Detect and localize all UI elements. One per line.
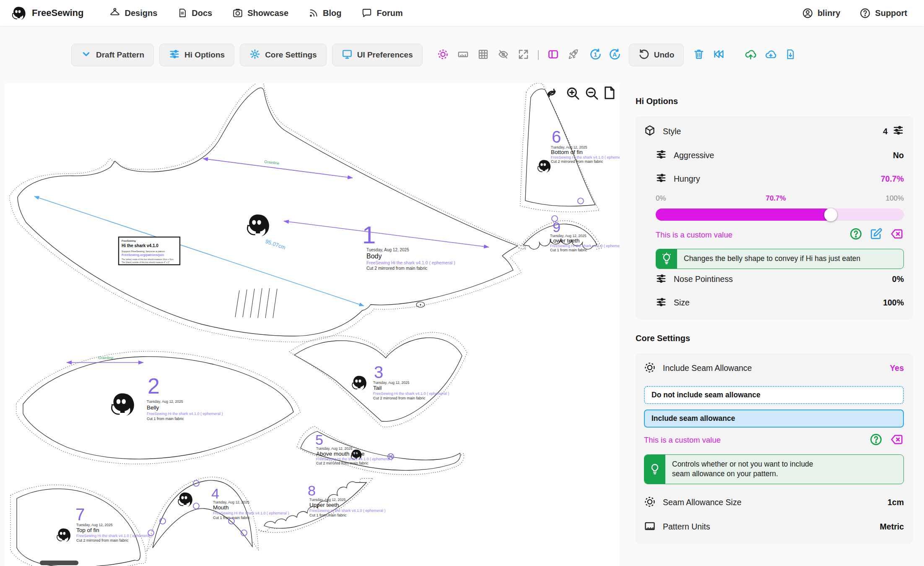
view-toggle-icons [437,49,579,62]
seam-allowance-toggle-icon[interactable] [437,49,449,62]
nose-pointiness-value: 0% [892,274,904,284]
piece-name: Lower teeth [550,237,580,244]
slider-max-label: 100% [886,194,904,203]
help-circle-icon[interactable] [869,433,882,448]
pattern-piece-upper-teeth[interactable]: 8 Tuesday, Aug 12, 2025 Upper teeth Free… [258,478,386,532]
piece-design-line: FreeSewing Hi the shark v4.1.0 ( ephemer… [316,457,392,461]
pattern-piece-tail[interactable]: 3 Tuesday, Aug 12, 2025 Tail FreeSewing … [289,332,467,427]
piece-design-line: FreeSewing Hi the shark v4.1.0 ( ephemer… [147,412,223,416]
slider-thumb[interactable] [824,208,837,221]
piece-name: Belly [147,404,159,411]
hi-options-button[interactable]: Hi Options [159,44,234,66]
help-icon [859,8,871,19]
grid-toggle-icon[interactable] [478,49,489,62]
pattern-piece-top-of-fin[interactable]: 7 Tuesday, Aug 12, 2025 Top of fin FreeS… [10,485,153,566]
include-seam-allowance-row[interactable]: Include Seam Allowance Yes [644,362,904,375]
custom-value-row: This is a custom value [656,227,904,242]
reset-icons: 1 A [589,48,621,63]
seam-allowance-size-row[interactable]: Seam Allowance Size 1cm [644,496,904,509]
pattern-piece-body[interactable]: 95.07cm Grainline FreeSewing Hi the shar… [10,83,526,342]
undo-button[interactable]: Undo [629,44,684,66]
nose-pointiness-row[interactable]: Nose Pointiness 0% [644,273,904,286]
nav-item-showcase[interactable]: Showcase [232,8,288,18]
zoom-out-icon[interactable] [587,88,597,99]
pattern-piece-lower-teeth[interactable]: 9 Tuesday, Aug 12, 2025 Lower teeth Free… [519,216,620,252]
style-value: 4 [883,125,904,138]
pattern-canvas[interactable]: 95.07cm Grainline FreeSewing Hi the shar… [5,83,620,566]
cloud-add-icon[interactable] [765,48,777,62]
nav-item-support[interactable]: Support [859,8,907,19]
clear-value-icon[interactable] [890,433,904,448]
rocket-icon[interactable] [568,49,579,62]
option-sliders-icon [656,172,667,185]
option-include-seam-allowance[interactable]: Include seam allowance [644,410,904,428]
piece-name: Upper teeth [309,502,339,508]
core-settings-button[interactable]: Core Settings [240,44,327,66]
help-circle-icon[interactable] [849,227,862,242]
username: blinry [818,8,840,18]
nav-item-docs[interactable]: Docs [177,8,212,18]
piece-design-line: FreeSewing Hi the shark v4.1.0 ( ephemer… [373,391,449,396]
piece-design-line: FreeSewing Hi the shark v4.1.0 ( ephemer… [366,260,455,265]
option-no-seam-allowance[interactable]: Do not include seam allowance [644,386,904,404]
edit-icon[interactable] [869,227,882,242]
ui-preferences-button[interactable]: UI Preferences [332,44,423,66]
nav-item-account[interactable]: blinry [802,8,840,19]
pattern-piece-mouth[interactable]: 4 Tuesday, Aug 12, 2025 Mouth FreeSewing… [147,477,289,551]
slider-fill [656,209,831,221]
cloud-upload-icon[interactable] [745,48,757,62]
nav-item-blog[interactable]: Blog [309,8,341,18]
rss-icon [309,8,319,18]
size-row[interactable]: Size 100% [644,297,904,309]
pattern-piece-above-mouth[interactable]: 5 Tuesday, Aug 12, 2025 Above mouth piec… [297,426,464,475]
draft-pattern-button[interactable]: Draft Pattern [71,44,154,66]
piece-cut-line: Cut 2 mirrored from main fabric [373,396,426,400]
reset-all-icon[interactable]: A [608,48,621,63]
new-page-icon[interactable] [605,87,614,99]
panel-toggle-icon[interactable] [548,49,559,62]
include-seam-allowance-label: Include Seam Allowance [663,363,752,373]
aggressive-row[interactable]: Aggressive No [644,149,904,162]
pattern-piece-belly[interactable]: Grainline 2 Tuesday, Aug 12, 2025 Belly … [16,351,300,464]
horizontal-scrollbar[interactable] [40,561,78,565]
piece-name: Bottom of fin [551,149,583,155]
piece-cut-line: Cut 2 mirrored from main fabric [551,159,603,164]
rotate-icon[interactable] [548,89,555,97]
export-file-icon[interactable] [785,48,796,62]
history-icons [693,48,724,62]
trash-icon[interactable] [693,48,705,62]
expand-icon[interactable] [518,49,529,62]
style-row[interactable]: Style 4 [644,125,904,138]
clear-value-icon[interactable] [890,227,904,242]
grainline-label: Grainline [98,356,113,360]
hungry-slider[interactable] [656,209,904,221]
piece-number: 9 [553,219,561,235]
pattern-title-box: FreeSewing Hi the shark v4.1.0 Support F… [119,237,180,265]
piece-name: Body [366,253,382,260]
freesewing-logo[interactable]: FreeSewing [11,4,83,22]
piece-design-line: FreeSewing Hi the shark v4.1.0 ( ephemer… [550,244,620,248]
ruler-toggle-icon[interactable] [457,49,469,62]
piece-date: Tuesday, Aug 12, 2025 [309,498,346,502]
pattern-piece-bottom-of-fin[interactable]: 6 Tuesday, Aug 12, 2025 Bottom of fin Fr… [520,83,620,212]
nav-item-forum[interactable]: Forum [361,8,402,18]
hi-options-card: Style 4 Aggressive No Hungry 70.7% 0% 70… [636,116,913,319]
option-sliders-icon [656,149,667,162]
hungry-row[interactable]: Hungry 70.7% [644,172,904,185]
hide-details-icon[interactable] [498,49,509,62]
cube-icon [644,125,656,138]
nav-label: Blog [323,8,341,18]
ruler-icon [644,520,656,534]
piece-cut-line: Cut 2 mirrored from main fabric [316,461,369,465]
svg-text:The (white) inside of this box: The (white) inside of this box should me… [122,258,174,261]
svg-text:Hi the shark v4.1.0: Hi the shark v4.1.0 [122,243,158,248]
gear-icon [249,49,260,62]
pattern-units-row[interactable]: Pattern Units Metric [644,520,904,534]
zoom-in-icon[interactable] [568,88,579,99]
nav-item-designs[interactable]: Designs [109,8,157,18]
rewind-icon[interactable] [713,48,724,62]
reset-one-icon[interactable]: 1 [589,48,602,63]
piece-design-line: FreeSewing Hi the shark v4.1.0 ( ephemer… [309,509,386,513]
sliders-icon[interactable] [893,125,904,138]
core-settings-heading: Core Settings [636,334,913,343]
